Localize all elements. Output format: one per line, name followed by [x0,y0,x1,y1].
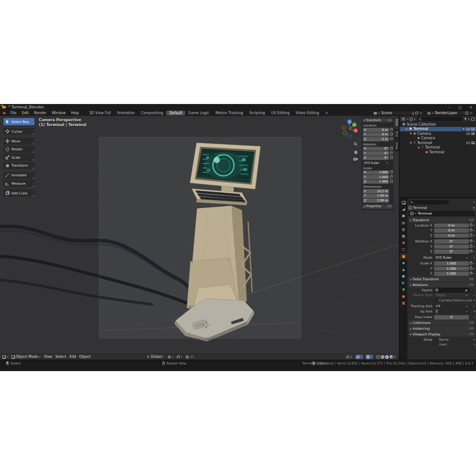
location-y-field[interactable]: 0 m [434,228,469,233]
lock-icon[interactable] [470,224,472,227]
expand-icon[interactable]: ▼ [405,128,408,130]
tab-view[interactable]: View [394,140,399,152]
relations-panel-header[interactable]: ▾Relations≡≡ [409,282,475,287]
outliner-row-terminal-collection[interactable]: ▼ ▣ Terminal [400,127,476,132]
outliner-row-terminal-mesh[interactable]: ▼ ▽ Terminal [400,145,476,150]
menu-render[interactable]: Render [31,111,49,115]
lock-icon[interactable] [470,234,472,237]
dimensions-x-field[interactable]: X10.2 m [363,189,389,193]
menu-object[interactable]: Object [79,355,91,359]
menu-edit[interactable]: Edit [19,111,31,115]
viewport-display-header[interactable]: ▾Viewport Display≡≡ [409,331,475,337]
animate-dot[interactable] [474,300,475,301]
tab-tool[interactable]: ◢ [400,206,407,212]
collections-panel-header[interactable]: ▸Collections≡≡ [409,320,475,325]
location-x-field[interactable]: X0 m [363,128,389,132]
tab-tool[interactable]: Tool [394,129,399,139]
animate-dot[interactable] [474,306,475,307]
gizmo-y-neg[interactable] [343,131,347,135]
render-layer-selector[interactable]: RenderLayer × [426,111,474,115]
object-name-field[interactable]: Terminal [409,211,475,216]
filter-funnel-icon[interactable] [464,118,467,120]
dimensions-z-field[interactable]: Z3.99 m [363,198,389,203]
tool-measure[interactable]: Measure [4,180,34,187]
gizmo-x-neg[interactable] [342,126,346,130]
lock-icon[interactable] [470,262,472,264]
hide-eye-icon[interactable] [466,141,470,144]
outliner-row-camera-data[interactable]: ◆ Camera [400,136,476,141]
tab-constraints[interactable]: ◐ [400,279,407,286]
animate-dot[interactable] [474,317,475,318]
pin-icon[interactable] [412,112,414,114]
animate-dot[interactable] [474,344,475,346]
animate-dot[interactable] [474,246,475,247]
3d-viewport[interactable]: Select Box Cursor Move Rotate [0,116,399,353]
new-scene-icon[interactable] [415,112,418,115]
hide-eye-icon[interactable] [466,132,470,135]
tab-video-editing[interactable]: Video Editing [293,111,322,115]
instancing-panel-header[interactable]: ▸Instancing≡≡ [409,326,475,331]
menu-add[interactable]: Add [69,355,76,359]
gizmo-toggle[interactable] [345,354,353,359]
display-mode-icon[interactable] [401,117,405,121]
unlink-scene-icon[interactable]: × [419,111,422,115]
panel-menu-icon[interactable]: ≡≡ [469,218,473,222]
lock-icon[interactable] [390,148,393,150]
rotation-y-field[interactable]: 0° [434,245,469,249]
tab-object-data[interactable]: ▼ [400,286,407,293]
tab-3d-view-full[interactable]: 3D View Full [86,111,114,115]
tab-motion-tracking[interactable]: Motion Tracking [212,111,246,115]
snap-toggle[interactable] [177,355,182,358]
location-z-field[interactable]: Z0 m [363,137,389,141]
parent-field[interactable] [434,288,469,292]
tab-physics[interactable]: ● [400,273,407,279]
dimensions-y-field[interactable]: Y1.99 m [363,194,389,198]
minimize-button[interactable]: – [444,105,455,109]
properties-panel-header[interactable]: ▸Properties≡≡ [362,204,393,209]
expand-icon[interactable]: ▼ [409,132,412,135]
tab-modifiers[interactable]: ◆ [400,260,407,266]
new-layer-icon[interactable] [465,112,468,115]
camera-view-button[interactable] [352,156,359,162]
filter-icon[interactable] [473,202,475,204]
render-visibility-icon[interactable] [471,128,475,130]
render-visibility-icon[interactable] [471,141,475,144]
tab-animation[interactable]: Animation [114,111,138,115]
delta-transform-header[interactable]: ▸Delta Transform≡≡ [409,276,475,282]
render-visibility-icon[interactable] [471,132,475,135]
rotation-mode-dropdown[interactable]: XYZ Euler [434,256,469,260]
lock-icon[interactable] [390,129,393,131]
animate-dot[interactable] [474,235,475,236]
tracking-axis-dropdown[interactable]: +Y [434,304,469,309]
transform-panel-header[interactable]: ▾Transform≡≡ [409,217,475,223]
new-collection-icon[interactable] [471,118,475,121]
scale-y-field[interactable]: 1.000 [434,267,469,271]
maximize-button[interactable]: □ [455,105,465,109]
tab-texture[interactable]: ▩ [400,300,407,306]
tab-object[interactable]: ■ [400,253,407,260]
lock-icon[interactable] [390,152,393,154]
animate-dot[interactable] [474,263,475,264]
expand-icon[interactable]: ▼ [417,146,420,149]
show-name-checkbox[interactable] [434,338,437,341]
menu-file[interactable]: File [8,111,19,115]
gizmo-z-neg[interactable] [348,135,352,139]
shading-wireframe-button[interactable] [376,355,380,359]
location-z-field[interactable]: 0 m [434,234,469,238]
tab-view-layer[interactable]: ▥ [400,226,407,233]
menu-help[interactable]: Help [68,111,82,115]
tab-scene[interactable]: ▦ [400,233,407,239]
tab-particles[interactable]: ▲ [400,266,407,273]
lock-icon[interactable] [470,240,472,242]
rotation-mode-dropdown[interactable]: XYZ Euler [363,161,389,165]
tool-rotate[interactable]: Rotate [4,146,34,153]
outliner-row-terminal-object[interactable]: ▼ ▽ Terminal [400,141,476,145]
orientation-dropdown[interactable]: Global [146,355,165,359]
up-axis-dropdown[interactable]: Z [434,309,469,314]
xray-toggle[interactable] [365,354,373,359]
lock-icon[interactable] [390,138,393,140]
pan-view-button[interactable] [352,148,359,155]
lock-icon[interactable] [390,181,393,183]
eyedropper-icon[interactable] [465,288,468,292]
tab-render[interactable]: ▣ [400,212,407,219]
